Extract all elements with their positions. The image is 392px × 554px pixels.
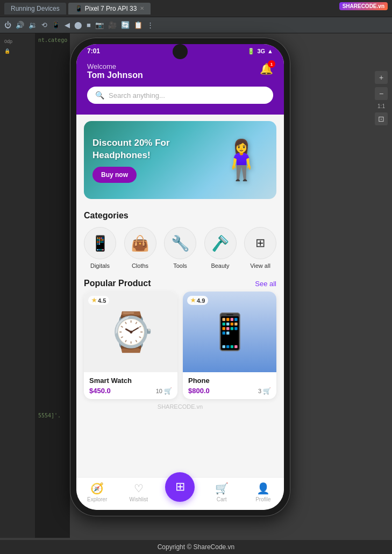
nav-center-qr-button[interactable]: ⊞: [165, 472, 195, 502]
back-icon[interactable]: ◀: [65, 21, 70, 29]
smartwatch-image: ⌚: [108, 310, 154, 354]
rotate-icon[interactable]: ⟲: [41, 21, 47, 29]
nav-item-wishlist[interactable]: ♡ Wishlist: [124, 482, 153, 502]
nav-item-explorer[interactable]: 🧭 Explorer: [82, 482, 112, 502]
signal-icon: ▲: [267, 48, 273, 54]
cart-icon-2[interactable]: 🛒: [263, 387, 271, 395]
bottom-nav: 🧭 Explorer ♡ Wishlist ⊞ 🛒 Cart: [76, 477, 284, 510]
product-card-smartwatch[interactable]: ★ 4.5 ⌚ Smart Watch $450.0 10 �: [84, 292, 177, 399]
tools-icon: 🔧: [171, 235, 190, 252]
category-tools[interactable]: 🔧 Tools: [164, 227, 196, 269]
banner-text: Discount 20% For Headphones! Buy now: [84, 129, 206, 191]
status-time: 7:01: [87, 47, 100, 55]
nav-item-profile[interactable]: 👤 Profile: [248, 482, 278, 502]
ide-toolbar: ⏻ 🔊 🔉 ⟲ 📱 ◀ ⬤ ■ 📷 🎥 🔄 📋 ⋮: [0, 17, 392, 33]
square-icon[interactable]: ■: [87, 21, 91, 29]
nav-item-cart[interactable]: 🛒 Cart: [207, 482, 237, 502]
wishlist-label: Wishlist: [130, 496, 148, 502]
right-panel: + − 1:1 ⊡: [375, 71, 388, 125]
power-icon[interactable]: ⏻: [4, 21, 11, 29]
search-placeholder: Search anything...: [109, 91, 165, 100]
digitals-icon-circle: 📱: [84, 227, 116, 259]
home-icon[interactable]: ⬤: [74, 21, 82, 29]
product-price-phone: $800.0: [188, 387, 210, 395]
category-cloths[interactable]: 👜 Cloths: [124, 227, 156, 269]
status-right: 🔋 3G ▲: [247, 48, 273, 55]
grid-icon: ⊞: [255, 236, 265, 250]
zoom-out-button[interactable]: −: [375, 87, 388, 100]
star-icon-2: ★: [190, 297, 196, 304]
product-footer-phone: $800.0 3 🛒: [188, 387, 271, 395]
product-orders-smartwatch: 10 🛒: [156, 387, 172, 395]
close-icon[interactable]: ✕: [140, 5, 144, 11]
category-view-all[interactable]: ⊞ View all: [244, 227, 276, 269]
code-area: nt.catego 5554]'.: [35, 33, 70, 538]
product-info-phone: Phone $800.0 3 🛒: [183, 372, 276, 399]
notification-badge: 1: [268, 60, 275, 68]
product-rating-phone: ★ 4.9: [187, 296, 208, 305]
header-top: Welcome Tom Johnson 🔔 1: [87, 62, 273, 80]
user-greeting: Welcome Tom Johnson: [87, 62, 143, 80]
category-digitals[interactable]: 📱 Digitals: [84, 227, 116, 269]
cloths-label: Cloths: [132, 262, 148, 269]
product-info-smartwatch: Smart Watch $450.0 10 🛒: [84, 372, 177, 399]
cart-icon[interactable]: 🛒: [164, 387, 172, 395]
clipboard-icon[interactable]: 📋: [134, 21, 142, 29]
more-icon[interactable]: ⋮: [147, 21, 154, 29]
app-header: Welcome Tom Johnson 🔔 1 🔍 Search anythin…: [76, 57, 284, 115]
view-all-label: View all: [250, 262, 270, 269]
volume-up-icon[interactable]: 🔊: [16, 21, 24, 29]
cart-nav-icon: 🛒: [215, 482, 229, 495]
popular-header: Popular Product See all: [76, 274, 284, 292]
ide-tab-pixel[interactable]: 📱 Pixel 7 Pro API 33 ✕: [68, 3, 151, 15]
banner-title: Discount 20% For Headphones!: [92, 137, 198, 161]
product-price-smartwatch: $450.0: [89, 387, 111, 395]
ide-tab-running-devices[interactable]: Running Devices: [4, 3, 66, 15]
phone-image: 📱: [208, 311, 252, 352]
sidebar-item-0dp[interactable]: 0dp: [2, 38, 33, 45]
camera-icon[interactable]: 📷: [95, 21, 104, 29]
welcome-text: Welcome: [87, 62, 143, 70]
categories-title: Categories: [84, 211, 276, 221]
product-name-phone: Phone: [188, 377, 271, 385]
banner-image: 🧍‍♀️: [206, 121, 276, 199]
video-icon[interactable]: 🎥: [108, 21, 117, 29]
zoom-in-button[interactable]: +: [375, 71, 388, 84]
fit-screen-button[interactable]: ⊡: [375, 112, 388, 125]
product-card-phone[interactable]: ★ 4.9 📱 Phone $800.0 3 🛒: [183, 292, 276, 399]
buy-now-button[interactable]: Buy now: [92, 167, 137, 183]
categories-row: 📱 Digitals 👜 Cloths 🔧: [84, 227, 276, 269]
phone-icon[interactable]: 📱: [52, 21, 60, 29]
see-all-button[interactable]: See all: [255, 280, 276, 288]
tools-label: Tools: [173, 262, 187, 269]
tab-label-pixel: Pixel 7 Pro API 33: [85, 5, 137, 12]
code-line-2: 5554]'.: [35, 411, 70, 421]
battery-icon: 🔋: [247, 48, 255, 55]
qr-icon: ⊞: [175, 480, 185, 494]
sharecode-logo: SHARECODE.vn: [339, 2, 388, 10]
categories-section: Categories 📱 Digitals 👜 Cl: [76, 205, 284, 274]
products-row: ★ 4.5 ⌚ Smart Watch $450.0 10 �: [76, 292, 284, 399]
explorer-label: Explorer: [87, 496, 107, 502]
star-icon: ★: [91, 297, 97, 304]
search-bar[interactable]: 🔍 Search anything...: [87, 87, 273, 104]
orders-count-smartwatch: 10: [156, 388, 162, 394]
digitals-icon: 📱: [91, 235, 110, 252]
product-name-smartwatch: Smart Watch: [89, 377, 172, 385]
sharecode-label: SHARECODE.vn: [343, 3, 384, 9]
sidebar-item-lock[interactable]: 🔒: [2, 47, 33, 55]
refresh-icon[interactable]: 🔄: [121, 21, 130, 29]
product-footer-smartwatch: $450.0 10 🛒: [89, 387, 172, 395]
tab-label: Running Devices: [11, 5, 60, 12]
zoom-level: 1:1: [377, 103, 385, 109]
rating-value-smartwatch: 4.5: [98, 297, 106, 304]
cart-label: Cart: [217, 496, 227, 502]
user-name: Tom Johnson: [87, 70, 143, 80]
phone-screen: 7:01 🔋 3G ▲ Welcome Tom Johnson: [76, 44, 284, 510]
lock-icon: 🔒: [4, 48, 10, 54]
volume-down-icon[interactable]: 🔉: [28, 21, 37, 29]
category-beauty[interactable]: 🪒 Beauty: [204, 227, 237, 269]
profile-icon: 👤: [256, 482, 270, 495]
notification-button[interactable]: 🔔 1: [260, 62, 273, 75]
orders-count-phone: 3: [258, 388, 261, 394]
